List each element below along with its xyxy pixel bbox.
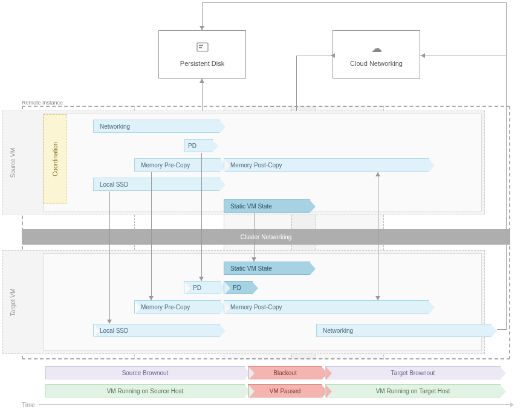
connector-line — [296, 56, 332, 56]
cloud-networking-label: Cloud Networking — [350, 60, 403, 67]
arrowhead-up — [199, 79, 204, 83]
arrowhead-down — [251, 257, 256, 262]
arrowhead-down — [199, 26, 204, 30]
svg-rect-0 — [197, 43, 208, 51]
band-memory-precopy-source: Memory Pre-Copy — [134, 158, 221, 172]
coordination-box: Coordination — [44, 114, 66, 204]
arrowhead-left — [331, 53, 335, 58]
arrowhead-down — [199, 277, 204, 281]
band-memory-postcopy-source: Memory Post-Copy — [224, 158, 429, 172]
band-static-vm-state-target: Static VM State — [224, 262, 310, 275]
band-networking-source: Networking — [93, 120, 220, 133]
phase-source-brownout: Source Brownout — [45, 366, 245, 379]
disk-icon — [196, 42, 209, 55]
cluster-networking-strip: Cluster Networking — [22, 229, 510, 245]
connector-line — [201, 153, 202, 281]
phase-vm-running-source: VM Running on Source Host — [45, 384, 245, 398]
arrowhead-left — [421, 53, 425, 58]
phase-blackout: Blackout — [248, 366, 322, 379]
connector-line — [202, 2, 507, 3]
phase-target-brownout: Target Brownout — [325, 366, 501, 379]
persistent-disk-box: Persistent Disk — [158, 30, 246, 79]
arrowhead-down — [375, 296, 380, 300]
source-vm-label: Source VM — [9, 111, 18, 214]
persistent-disk-label: Persistent Disk — [180, 60, 224, 67]
band-memory-precopy-target: Memory Pre-Copy — [134, 300, 221, 314]
band-networking-target: Networking — [316, 324, 491, 337]
connector-line — [254, 213, 255, 262]
phase-vm-running-target: VM Running on Target Host — [325, 384, 501, 398]
time-axis — [39, 404, 510, 405]
svg-rect-1 — [199, 45, 203, 46]
remote-instance-label: Remote Instance — [22, 100, 63, 106]
cloud-networking-box: ☁ Cloud Networking — [332, 30, 420, 79]
band-static-vm-state-source: Static VM State — [224, 199, 310, 213]
arrowhead-up — [375, 172, 380, 176]
phase-vm-paused: VM Paused — [248, 384, 322, 398]
band-pd-target-post: PD — [224, 281, 253, 294]
time-axis-label: Time — [22, 402, 35, 408]
band-local-ssd-target: Local SSD — [93, 324, 220, 337]
arrowhead-down — [107, 320, 112, 324]
connector-line — [109, 192, 110, 323]
target-vm-label: Target VM — [9, 251, 18, 353]
band-memory-postcopy-target: Memory Post-Copy — [224, 300, 429, 314]
connector-line — [420, 56, 507, 56]
arrowhead-down — [149, 296, 154, 300]
band-pd-source: PD — [184, 139, 213, 152]
connector-line — [378, 172, 378, 300]
band-pd-target-pre: PD — [184, 281, 221, 294]
cloud-icon: ☁ — [371, 42, 382, 55]
connector-line — [151, 172, 152, 300]
svg-rect-2 — [199, 47, 202, 48]
